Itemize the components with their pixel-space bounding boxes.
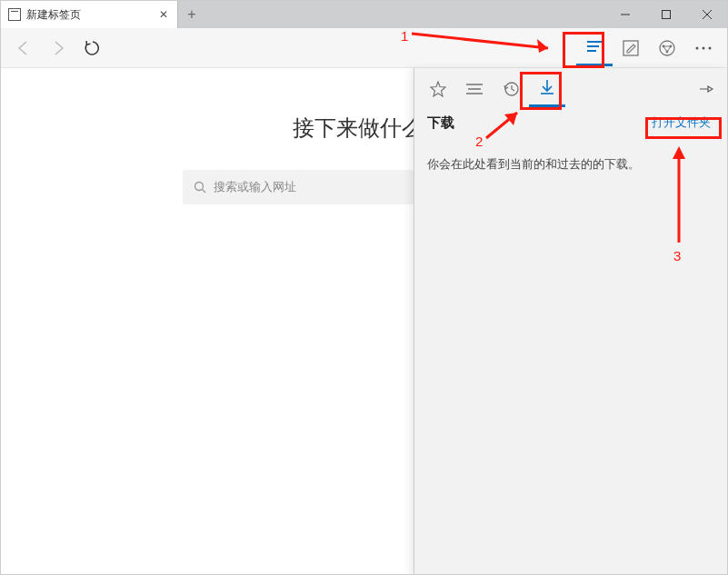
- svg-rect-7: [623, 41, 638, 55]
- pin-icon: [699, 82, 713, 96]
- new-tab-button[interactable]: +: [178, 1, 205, 28]
- search-placeholder: 搜索或输入网址: [214, 179, 296, 195]
- search-icon: [194, 181, 206, 193]
- hub-tab-readinglist[interactable]: [456, 71, 493, 107]
- web-note-button[interactable]: [613, 30, 649, 66]
- hub-title: 下载: [427, 114, 648, 132]
- window-minimize-button[interactable]: [604, 1, 645, 28]
- more-icon: [695, 46, 712, 50]
- tab-title: 新建标签页: [26, 7, 157, 23]
- hub-pin-button[interactable]: [691, 82, 722, 96]
- svg-point-13: [703, 46, 705, 49]
- nav-toolbar: [1, 28, 727, 68]
- history-icon: [503, 81, 519, 97]
- hub-tab-downloads[interactable]: [529, 71, 565, 107]
- hub-tabs: [414, 68, 727, 109]
- hub-button[interactable]: [576, 30, 613, 66]
- page-content: 接下来做什么? 搜索或输入网址: [1, 68, 727, 575]
- titlebar-spacer: [205, 1, 604, 28]
- page-icon: [8, 8, 21, 21]
- hub-empty-text: 你会在此处看到当前的和过去的的下载。: [414, 142, 727, 187]
- svg-line-16: [203, 190, 206, 193]
- browser-tab[interactable]: 新建标签页 ✕: [1, 1, 178, 28]
- svg-point-15: [195, 183, 204, 191]
- window-close-button[interactable]: [686, 1, 727, 28]
- refresh-button[interactable]: [75, 31, 110, 65]
- hub-panel: 下载 打开文件夹 你会在此处看到当前的和过去的的下载。: [414, 68, 727, 575]
- hub-tab-favorites[interactable]: [420, 71, 456, 107]
- share-icon: [658, 39, 676, 57]
- svg-point-12: [696, 46, 699, 49]
- hub-icon: [585, 39, 603, 54]
- star-icon: [430, 81, 446, 97]
- readinglist-icon: [466, 83, 483, 95]
- back-button[interactable]: [6, 31, 41, 65]
- svg-point-14: [709, 46, 712, 49]
- title-bar: 新建标签页 ✕ +: [1, 1, 727, 28]
- download-icon: [539, 79, 555, 95]
- hub-tab-history[interactable]: [493, 71, 529, 107]
- window-maximize-button[interactable]: [645, 1, 686, 28]
- svg-rect-1: [662, 11, 670, 19]
- forward-button[interactable]: [41, 31, 75, 65]
- share-button[interactable]: [649, 30, 685, 66]
- more-button[interactable]: [685, 30, 722, 66]
- svg-point-8: [660, 41, 674, 55]
- tab-close-button[interactable]: ✕: [157, 8, 170, 21]
- hub-header: 下载 打开文件夹: [414, 109, 727, 142]
- open-folder-link[interactable]: 打开文件夹: [648, 113, 714, 133]
- note-icon: [623, 40, 639, 56]
